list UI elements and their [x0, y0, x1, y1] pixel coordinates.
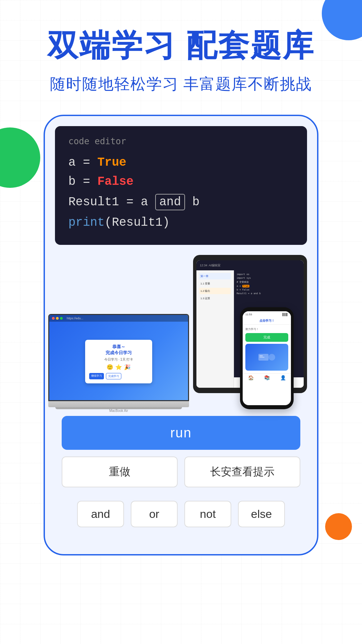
- tablet-sidebar: 第一章 1.1 变量 1.2 输出 1.3 运算: [196, 270, 234, 388]
- code-line-2: b = False: [68, 175, 294, 189]
- code-text: a =: [68, 156, 97, 169]
- tablet-code-3: # 变量赋值: [237, 280, 301, 284]
- tablet-code-5: b = False: [237, 288, 301, 291]
- deco-orange-circle: [325, 513, 352, 540]
- tablet-code-6: Result1 = a and b: [237, 292, 301, 295]
- hero-title: 双端学习 配套题库: [47, 27, 315, 64]
- svg-rect-2: [259, 357, 264, 358]
- tablet-highlight-true: True: [242, 285, 249, 287]
- laptop-continue-btn[interactable]: 继续学习: [89, 373, 104, 379]
- code-line-3: Result1 = a and b: [68, 194, 294, 210]
- laptop-finish-btn[interactable]: 完成学习: [106, 373, 121, 379]
- tablet-sidebar-item-1[interactable]: 第一章: [199, 273, 231, 279]
- tablet-sidebar-item-4[interactable]: 1.3 运算: [199, 295, 231, 302]
- tablet-sidebar-item-3[interactable]: 1.2 输出: [199, 288, 231, 294]
- phone-frame: 11:53 ▌▌▌ 点击学习！ 努力学习！ 完成: [240, 307, 294, 409]
- phone-nav-home[interactable]: 🏠: [248, 375, 254, 380]
- main-content: 双端学习 配套题库 随时随地轻松学习 丰富题库不断挑战 code editor …: [0, 0, 362, 555]
- action-buttons: 重做 长安查看提示: [62, 457, 300, 487]
- code-editor-title: code editor: [68, 136, 294, 146]
- tablet-code-4: a = True: [237, 285, 301, 287]
- laptop-base: [48, 401, 189, 407]
- code-text: b: [185, 195, 199, 209]
- laptop-device: https://edu... 恭喜～完成今日学习 今日学习 · 1天 打卡 🙂 …: [48, 314, 189, 409]
- laptop-url: https://edu...: [67, 317, 83, 320]
- tablet-code-2: import sys: [237, 277, 301, 279]
- phone-image: [245, 344, 288, 371]
- code-text: (Result1): [105, 216, 170, 229]
- code-text: b =: [68, 175, 97, 189]
- tablet-top-bar: 12:34 AI编辑室: [196, 260, 304, 270]
- code-editor: code editor a = True b = False Result1 =…: [55, 126, 307, 245]
- keyword-and: and: [155, 194, 185, 210]
- editor-bottom: run 重做 长安查看提示 and or not else: [55, 409, 307, 544]
- tablet-sidebar-item-2[interactable]: 1.1 变量: [199, 280, 231, 287]
- emoji-party: 🎉: [124, 364, 131, 370]
- laptop-buttons: 继续学习 完成学习: [89, 373, 148, 379]
- code-line-4: print(Result1): [68, 216, 294, 229]
- phone-content: 努力学习！ 完成: [243, 325, 291, 373]
- svg-point-3: [268, 354, 275, 361]
- menu-dot-green: [60, 317, 63, 320]
- keyword-print: print: [68, 216, 105, 229]
- phone-header: 点击学习！: [243, 317, 291, 325]
- phone-status-bar: 11:53 ▌▌▌: [243, 311, 291, 317]
- keyword-pill-or[interactable]: or: [131, 501, 178, 527]
- emoji-star: ⭐: [115, 364, 122, 370]
- laptop-screen-inner: https://edu... 恭喜～完成今日学习 今日学习 · 1天 打卡 🙂 …: [49, 315, 188, 400]
- phone-done-btn[interactable]: 完成: [245, 333, 288, 342]
- code-line-1: a = True: [68, 156, 294, 169]
- emoji-happy: 🙂: [107, 364, 113, 370]
- device-frame: code editor a = True b = False Result1 =…: [44, 115, 318, 555]
- laptop-content-card: 恭喜～完成今日学习 今日学习 · 1天 打卡 🙂 ⭐ 🎉 继续学习 完成学习: [85, 340, 152, 383]
- laptop-screen: https://edu... 恭喜～完成今日学习 今日学习 · 1天 打卡 🙂 …: [48, 314, 189, 401]
- phone-nav-user[interactable]: 👤: [280, 375, 286, 380]
- phone-progress-label: 努力学习！: [245, 327, 288, 331]
- hint-button[interactable]: 长安查看提示: [184, 457, 300, 487]
- code-text: Result1 = a: [68, 195, 155, 209]
- keyword-pill-and[interactable]: and: [77, 501, 124, 527]
- run-button[interactable]: run: [62, 416, 300, 450]
- tablet-code-1: import os: [237, 273, 301, 276]
- tablet-title: AI编辑室: [209, 263, 221, 268]
- devices-area: https://edu... 恭喜～完成今日学习 今日学习 · 1天 打卡 🙂 …: [55, 248, 307, 409]
- menu-dot-red: [52, 317, 55, 320]
- laptop-menubar: https://edu...: [49, 315, 188, 322]
- keyword-false: False: [97, 175, 133, 189]
- phone-time: 11:53: [245, 313, 252, 316]
- tablet-status: 12:34: [200, 264, 207, 267]
- phone-signal: ▌▌▌: [283, 313, 288, 316]
- laptop-emoji-row: 🙂 ⭐ 🎉: [89, 364, 148, 370]
- keyword-pills: and or not else: [62, 497, 300, 537]
- laptop-sub-text: 今日学习 · 1天 打卡: [89, 357, 148, 362]
- phone-device: 11:53 ▌▌▌ 点击学习！ 努力学习！ 完成: [240, 307, 294, 409]
- redo-button[interactable]: 重做: [62, 457, 178, 487]
- phone-bottom-nav: 🏠 📚 👤: [243, 373, 291, 382]
- phone-illustration: [257, 347, 277, 367]
- hero-subtitle: 随时随地轻松学习 丰富题库不断挑战: [50, 74, 312, 95]
- svg-rect-1: [259, 356, 263, 356]
- laptop-congrats-text: 恭喜～完成今日学习: [89, 344, 148, 356]
- keyword-pill-not[interactable]: not: [184, 501, 231, 527]
- keyword-true: True: [97, 156, 126, 169]
- keyword-pill-else[interactable]: else: [238, 501, 285, 527]
- phone-screen: 11:53 ▌▌▌ 点击学习！ 努力学习！ 完成: [243, 311, 291, 405]
- phone-nav-book[interactable]: 📚: [264, 375, 270, 380]
- menu-dot-yellow: [56, 317, 59, 320]
